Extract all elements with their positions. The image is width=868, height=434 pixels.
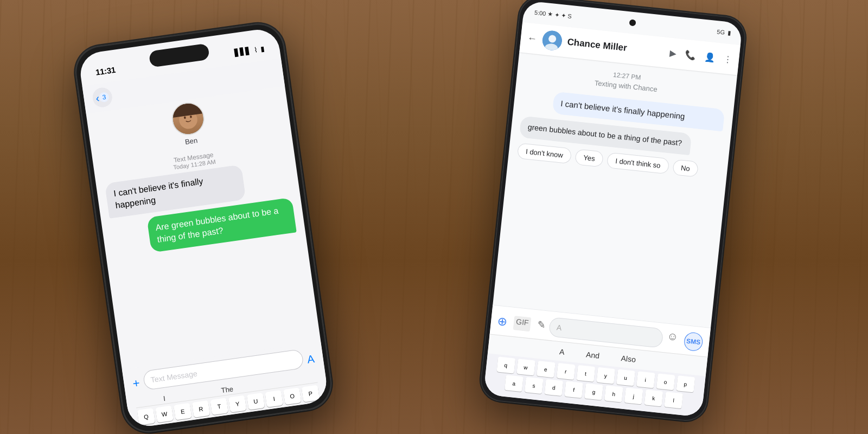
akey-p[interactable]: p xyxy=(676,375,695,392)
android-signal-icon: 5G xyxy=(717,28,725,35)
key-p[interactable]: P xyxy=(302,385,320,403)
android-avatar-svg xyxy=(541,30,563,52)
android-contact-avatar xyxy=(541,30,563,52)
sender-avatar xyxy=(170,100,207,137)
reply-chip-1[interactable]: I don't know xyxy=(517,143,572,164)
suggestion-2[interactable]: The xyxy=(221,385,234,394)
suggestion-and[interactable]: And xyxy=(585,350,599,360)
suggestion-also[interactable]: Also xyxy=(621,354,636,364)
suggestion-1[interactable]: I xyxy=(163,394,166,403)
akey-y[interactable]: y xyxy=(596,367,615,384)
iphone-messages-area: Text Message Today 11:28 AM I can't beli… xyxy=(93,135,321,370)
wifi-icon: ⌇ xyxy=(253,46,258,54)
android-send-sms-icon[interactable]: SMS xyxy=(684,331,704,352)
akey-o[interactable]: o xyxy=(656,373,675,390)
android-add-icon[interactable]: ⊕ xyxy=(497,314,508,329)
akey-e[interactable]: e xyxy=(537,361,556,378)
android-back-button[interactable]: ← xyxy=(527,32,538,44)
sender-name: Ben xyxy=(184,136,198,146)
battery-icon: ▮ xyxy=(260,44,265,53)
reply-chip-3[interactable]: I don't think so xyxy=(607,152,669,174)
iphone-time: 11:31 xyxy=(95,65,116,76)
akey-k[interactable]: k xyxy=(644,390,663,406)
akey-g[interactable]: g xyxy=(584,384,603,400)
android-battery-icon: ▮ xyxy=(727,29,731,37)
akey-u[interactable]: u xyxy=(616,369,635,386)
android-input-right-icons: ☺ SMS xyxy=(666,329,704,352)
akey-w[interactable]: w xyxy=(516,359,535,375)
reply-chip-4[interactable]: No xyxy=(672,159,699,177)
android-screen: 5:00 ★ ✦ ✦ S 5G ▮ ← Chance Miller ▶ 📞 xyxy=(483,1,743,417)
android-contact-name: Chance Miller xyxy=(567,37,665,58)
avatar-face xyxy=(171,101,205,136)
akey-j[interactable]: j xyxy=(624,387,643,404)
android-received-text: green bubbles about to be a thing of the… xyxy=(527,123,682,148)
android-emoji-icon[interactable]: ☺ xyxy=(666,329,679,349)
key-y[interactable]: Y xyxy=(228,395,247,412)
android-people-icon[interactable]: 👤 xyxy=(704,52,716,63)
key-r[interactable]: R xyxy=(192,400,210,418)
iphone-status-icons: ▋▋▋ ⌇ ▮ xyxy=(234,44,265,57)
akey-d[interactable]: d xyxy=(545,379,564,396)
key-e[interactable]: E xyxy=(174,403,192,420)
android-header-action-icons: ▶ 📞 👤 ⋮ xyxy=(669,48,733,65)
android-phone-icon[interactable]: 📞 xyxy=(684,49,696,61)
key-u[interactable]: U xyxy=(247,393,265,410)
sent-message-text: Are green bubbles about to be a thing of… xyxy=(155,206,279,244)
key-i[interactable]: I xyxy=(265,390,283,407)
android-status-icons: 5G ▮ xyxy=(717,28,731,37)
suggestion-3[interactable] xyxy=(289,377,290,385)
back-badge: 3 xyxy=(99,92,110,103)
android-messages-area: 12:27 PM Texting with Chance I can't bel… xyxy=(495,52,737,309)
android-more-icon[interactable]: ⋮ xyxy=(723,53,733,65)
akey-a[interactable]: a xyxy=(505,375,524,392)
android-input-left-icons: ⊕ GIF ✎ xyxy=(497,314,546,333)
apps-icon[interactable]: A xyxy=(307,352,315,366)
signal-icon: ▋▋▋ xyxy=(234,46,252,56)
akey-f[interactable]: f xyxy=(564,381,583,398)
android-device: 5:00 ★ ✦ ✦ S 5G ▮ ← Chance Miller ▶ 📞 xyxy=(478,0,748,423)
android-status-left: 5:00 ★ ✦ ✦ S xyxy=(534,9,572,20)
akey-t[interactable]: t xyxy=(576,365,595,382)
key-w[interactable]: W xyxy=(155,405,174,423)
akey-q[interactable]: q xyxy=(496,356,515,373)
add-content-icon[interactable]: + xyxy=(132,376,141,391)
key-q[interactable]: Q xyxy=(137,408,156,425)
suggestion-a[interactable]: A xyxy=(559,347,565,356)
akey-h[interactable]: h xyxy=(604,385,623,402)
reply-chip-2[interactable]: Yes xyxy=(575,149,604,167)
android-sent-text: I can't believe it's finally happening xyxy=(560,99,686,121)
akey-i[interactable]: i xyxy=(636,371,655,388)
received-message-text: I can't believe it's finally happening xyxy=(113,176,203,210)
akey-r[interactable]: r xyxy=(556,363,575,380)
key-t[interactable]: T xyxy=(210,398,228,415)
android-letter-icon: A xyxy=(556,323,562,332)
key-o[interactable]: O xyxy=(283,387,302,405)
akey-s[interactable]: s xyxy=(525,377,544,394)
android-video-icon[interactable]: ▶ xyxy=(669,48,677,59)
message-input-placeholder: Text Message xyxy=(150,369,198,384)
android-gif-icon[interactable]: GIF xyxy=(513,316,532,331)
akey-l[interactable]: l xyxy=(664,392,683,409)
iphone-back-button[interactable]: ‹ 3 xyxy=(91,86,113,108)
android-edit-icon[interactable]: ✎ xyxy=(537,318,546,333)
